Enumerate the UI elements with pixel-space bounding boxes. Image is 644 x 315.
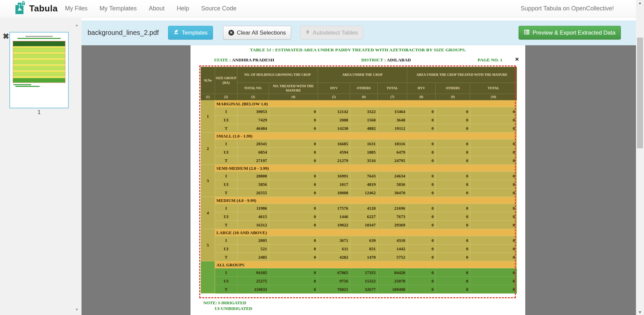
pdf-page[interactable]: TABLE 5J : ESTIMATED AREA UNDER PADDY TR…: [191, 45, 525, 315]
thumb-table-header: [13, 41, 65, 46]
tabula-logo-icon: [15, 1, 26, 16]
table-icon: [524, 30, 530, 36]
support-link[interactable]: Support Tabula on OpenCollective!: [521, 5, 614, 12]
sidebar-scroll-up-icon[interactable]: ▲: [75, 23, 78, 27]
scrollbar-down-icon[interactable]: ▼: [636, 310, 644, 314]
nav-item-help[interactable]: Help: [177, 5, 189, 12]
thumbnail-page-number: 1: [9, 109, 69, 116]
nav-links: My Files My Templates About Help Source …: [65, 5, 249, 12]
page-thumbnail[interactable]: [9, 32, 69, 108]
pdf-note-line-2: UI-UNIRRIGATED: [215, 306, 252, 311]
preview-export-button[interactable]: Preview & Export Extracted Data: [519, 26, 621, 40]
nav-item-my-templates[interactable]: My Templates: [100, 5, 137, 12]
thumb-selection-outline: [13, 41, 65, 83]
nav-item-my-files[interactable]: My Files: [65, 5, 88, 12]
document-toolbar: background_lines_2.pdf Templates ✕ Clear…: [82, 20, 636, 45]
thumb-subtitle-line: [17, 38, 61, 39]
top-navbar: Tabula My Files My Templates About Help …: [0, 0, 636, 17]
templates-icon: [173, 29, 179, 36]
pdf-table-title: TABLE 5J : ESTIMATED AREA UNDER PADDY TR…: [191, 47, 525, 53]
templates-button-label: Templates: [181, 30, 207, 36]
export-button-label: Preview & Export Extracted Data: [532, 30, 615, 36]
thumb-note-line: [13, 84, 31, 85]
tabula-app: Tabula My Files My Templates About Help …: [0, 0, 644, 315]
remove-file-icon[interactable]: ✖: [3, 33, 9, 40]
thumb-title-line: [25, 36, 53, 37]
thumb-note-line: [15, 86, 40, 87]
nav-item-source-code[interactable]: Source Code: [201, 5, 236, 12]
autodetect-tables-button[interactable]: Autodetect Tables: [300, 26, 363, 40]
pdf-viewer-area: TABLE 5J : ESTIMATED AREA UNDER PADDY TR…: [82, 45, 636, 315]
scrollbar-up-icon[interactable]: ▲: [636, 1, 644, 5]
pdf-page-number-label: PAGE NO. 1: [478, 57, 502, 63]
pdf-note-line-1: NOTE: I-IRRIGATED: [203, 300, 246, 306]
brand-link[interactable]: Tabula: [15, 1, 58, 16]
document-filename: background_lines_2.pdf: [88, 29, 159, 37]
autodetect-button-label: Autodetect Tables: [313, 30, 358, 36]
clear-button-label: Clear All Selections: [237, 30, 286, 36]
window-scrollbar[interactable]: ▲ ▼: [636, 0, 644, 315]
pdf-district-line: DISTRICT :ADILABAD: [361, 57, 411, 63]
page-thumbnails-sidebar: ✖ 1 ▲ ▼: [0, 18, 82, 315]
table-selection-rectangle[interactable]: [199, 65, 516, 298]
scrollbar-thumb[interactable]: [637, 38, 643, 148]
clear-all-selections-button[interactable]: ✕ Clear All Selections: [223, 26, 291, 40]
nav-item-about[interactable]: About: [149, 5, 165, 12]
templates-button[interactable]: Templates: [168, 26, 213, 40]
selection-close-icon[interactable]: ✕: [515, 56, 519, 62]
brand-name: Tabula: [29, 3, 58, 14]
clear-circle-x-icon: ✕: [228, 30, 234, 36]
lightning-icon: [306, 29, 310, 37]
sidebar-scroll-down-icon[interactable]: ▼: [75, 308, 78, 311]
pdf-state-line: STATE :ANDHRA PRADESH: [214, 57, 274, 63]
